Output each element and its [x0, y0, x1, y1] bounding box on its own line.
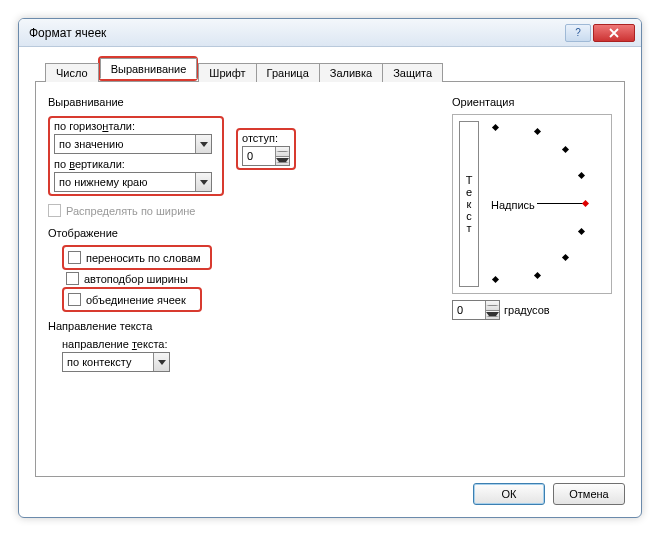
- merge-checkbox[interactable]: объединение ячеек: [68, 293, 196, 306]
- orientation-vertical-text[interactable]: Т е к с т: [459, 121, 479, 287]
- indent-label: отступ:: [242, 132, 290, 144]
- vertical-label: по вертикали:: [54, 158, 218, 170]
- horizontal-value: по значению: [55, 138, 195, 150]
- degrees-label: градусов: [504, 304, 550, 316]
- close-icon: [609, 28, 619, 38]
- dialog-window: Формат ячеек ? Число Выравнивание Шрифт …: [18, 18, 642, 518]
- indent-value: 0: [243, 147, 275, 165]
- textdir-group-label: Направление текста: [48, 320, 438, 332]
- degrees-value: 0: [453, 301, 485, 319]
- horizontal-label: по горизонтали:: [54, 120, 218, 132]
- wrap-checkbox[interactable]: переносить по словам: [68, 251, 206, 264]
- vertical-value: по нижнему краю: [55, 176, 195, 188]
- textdir-value: по контексту: [63, 356, 153, 368]
- spinner-down-icon[interactable]: [276, 157, 289, 166]
- tab-number[interactable]: Число: [45, 63, 99, 82]
- distribute-label: Распределять по ширине: [66, 205, 195, 217]
- distribute-checkbox: Распределять по ширине: [48, 204, 438, 217]
- display-group-label: Отображение: [48, 227, 438, 239]
- chevron-down-icon: [195, 135, 211, 153]
- horizontal-combo[interactable]: по значению: [54, 134, 212, 154]
- tabstrip: Число Выравнивание Шрифт Граница Заливка…: [45, 57, 625, 81]
- close-button[interactable]: [593, 24, 635, 42]
- spinner-up-icon[interactable]: [276, 147, 289, 157]
- spinner-down-icon[interactable]: [486, 311, 499, 320]
- ok-button[interactable]: ОК: [473, 483, 545, 505]
- textdir-combo[interactable]: по контексту: [62, 352, 170, 372]
- chevron-down-icon: [153, 353, 169, 371]
- tab-fill[interactable]: Заливка: [319, 63, 383, 82]
- cancel-button[interactable]: Отмена: [553, 483, 625, 505]
- orientation-box: Т е к с т Надпись: [452, 114, 612, 294]
- tab-panel: Выравнивание по горизонтали: по значению…: [35, 81, 625, 477]
- wrap-label: переносить по словам: [86, 252, 201, 264]
- tab-protection[interactable]: Защита: [382, 63, 443, 82]
- tab-border[interactable]: Граница: [256, 63, 320, 82]
- titlebar: Формат ячеек ?: [19, 19, 641, 47]
- orientation-group-label: Ориентация: [452, 96, 612, 108]
- window-title: Формат ячеек: [29, 26, 563, 40]
- vertical-combo[interactable]: по нижнему краю: [54, 172, 212, 192]
- help-button[interactable]: ?: [565, 24, 591, 42]
- alignment-group-label: Выравнивание: [48, 96, 438, 108]
- orientation-arc[interactable]: Надпись: [485, 121, 605, 287]
- chevron-down-icon: [195, 173, 211, 191]
- spinner-up-icon[interactable]: [486, 301, 499, 311]
- textdir-label: направление текста:: [62, 338, 438, 350]
- tab-font[interactable]: Шрифт: [198, 63, 256, 82]
- degrees-spinner[interactable]: 0: [452, 300, 500, 320]
- orientation-caption: Надпись: [491, 199, 535, 211]
- tab-alignment[interactable]: Выравнивание: [100, 58, 198, 79]
- indent-spinner[interactable]: 0: [242, 146, 290, 166]
- shrink-checkbox[interactable]: автоподбор ширины: [66, 272, 438, 285]
- shrink-label: автоподбор ширины: [84, 273, 188, 285]
- merge-label: объединение ячеек: [86, 294, 186, 306]
